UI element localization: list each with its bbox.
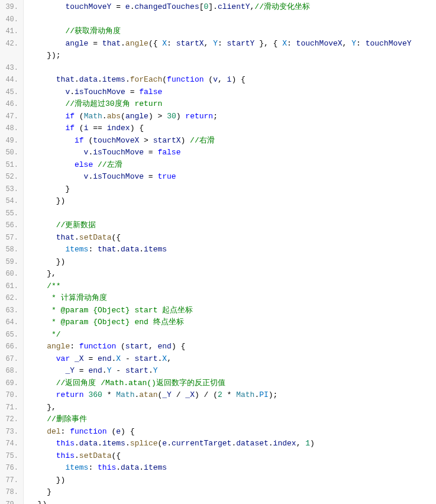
line-number: 64. — [0, 316, 23, 329]
code-token: * @param {Object} start 起点坐标 — [28, 306, 193, 315]
code-token: X — [162, 354, 167, 363]
code-line[interactable]: angle: function (start, end) { — [28, 341, 436, 353]
code-token: items — [102, 75, 125, 84]
code-line[interactable]: else //左滑 — [28, 159, 436, 172]
code-token: : — [88, 463, 98, 472]
code-line[interactable]: if (Math.abs(angle) > 30) return; — [28, 111, 436, 123]
code-line[interactable]: }) — [28, 474, 436, 487]
code-line[interactable] — [28, 208, 436, 220]
code-line[interactable] — [28, 14, 436, 26]
code-token: . — [98, 439, 102, 448]
code-line[interactable]: items: this.data.items — [28, 462, 436, 474]
code-token: ( — [162, 75, 167, 84]
code-token: ]. — [208, 2, 218, 11]
code-token: , — [148, 342, 158, 351]
code-token: if — [65, 124, 75, 133]
code-token: abs — [107, 112, 121, 121]
code-token: //更新数据 — [56, 221, 96, 230]
code-token: isTouchMove — [93, 172, 148, 181]
code-line[interactable] — [28, 62, 436, 75]
code-editor-area[interactable]: touchMoveY = e.changedTouches[0].clientY… — [24, 0, 436, 504]
line-number: 44. — [0, 74, 23, 86]
code-line[interactable]: var _X = end.X - start.X, — [28, 353, 436, 366]
code-token: = — [148, 172, 158, 181]
code-token — [28, 221, 56, 230]
code-token: , — [296, 439, 306, 448]
code-line[interactable]: items: that.data.items — [28, 244, 436, 256]
code-token: / — [176, 390, 186, 399]
code-line[interactable]: v.isTouchMove = false — [28, 86, 436, 99]
line-number: 60. — [0, 268, 23, 280]
code-line[interactable]: }) — [28, 499, 436, 505]
code-line[interactable]: * @param {Object} start 起点坐标 — [28, 305, 436, 317]
code-line[interactable]: } — [28, 486, 436, 499]
code-line[interactable]: that.setData({ — [28, 232, 436, 244]
code-token: Math — [84, 112, 102, 121]
line-number: 73. — [0, 426, 23, 438]
code-line[interactable]: del: function (e) { — [28, 426, 436, 438]
code-token: Y — [213, 39, 218, 48]
line-number: 52. — [0, 171, 23, 183]
code-token: isTouchMove — [75, 88, 130, 96]
code-token: that — [98, 245, 116, 254]
code-line[interactable]: if (touchMoveX > startX) //右滑 — [28, 135, 436, 147]
code-token: false — [139, 88, 162, 96]
code-line[interactable]: angle = that.angle({ X: startX, Y: start… — [28, 38, 436, 50]
line-number: 65. — [0, 329, 23, 341]
code-token: } — [28, 185, 70, 193]
code-token: end — [98, 354, 111, 363]
line-number: 50. — [0, 147, 23, 159]
code-line[interactable]: _Y = end.Y - start.Y — [28, 365, 436, 377]
line-number: 62. — [0, 292, 23, 305]
code-line[interactable]: } — [28, 183, 436, 196]
code-line[interactable]: */ — [28, 329, 436, 341]
code-line[interactable]: //滑动超过30度角 return — [28, 98, 436, 111]
code-line[interactable]: * 计算滑动角度 — [28, 292, 436, 305]
code-token: * 计算滑动角度 — [28, 293, 107, 302]
code-token — [28, 415, 47, 424]
code-token: * — [222, 390, 236, 399]
code-line[interactable]: if (i == index) { — [28, 122, 436, 135]
code-line[interactable]: v.isTouchMove = false — [28, 147, 436, 159]
code-token: = — [116, 2, 125, 11]
code-line[interactable]: }) — [28, 256, 436, 269]
code-line[interactable]: //删除事件 — [28, 413, 436, 426]
code-token: setData — [79, 451, 112, 460]
code-token: angle — [28, 342, 70, 351]
code-token: Y — [107, 366, 117, 375]
code-token: return — [185, 112, 213, 121]
code-line[interactable]: this.setData({ — [28, 450, 436, 463]
code-token: //左滑 — [98, 160, 122, 169]
code-line[interactable]: return 360 * Math.atan(_Y / _X) / (2 * M… — [28, 389, 436, 402]
code-line[interactable]: }); — [28, 50, 436, 62]
code-token: , — [343, 39, 352, 48]
code-line[interactable]: //返回角度 /Math.atan()返回数字的反正切值 — [28, 377, 436, 390]
code-line[interactable]: }, — [28, 268, 436, 280]
code-line[interactable]: * @param {Object} end 终点坐标 — [28, 316, 436, 329]
code-token: ) > — [148, 112, 167, 121]
code-token: angle — [125, 39, 148, 48]
code-token — [93, 160, 98, 169]
code-line[interactable]: //获取滑动角度 — [28, 25, 436, 38]
line-number: 68. — [0, 365, 23, 377]
code-line[interactable]: touchMoveY = e.changedTouches[0].clientY… — [28, 1, 436, 14]
code-token: 1 — [305, 439, 310, 448]
code-token: . — [269, 439, 273, 448]
code-line[interactable]: this.data.items.splice(e.currentTarget.d… — [28, 438, 436, 450]
code-line[interactable]: }) — [28, 195, 436, 208]
code-token: }) — [28, 257, 65, 266]
code-line[interactable]: //更新数据 — [28, 219, 436, 232]
code-token: start — [125, 366, 148, 375]
code-line[interactable]: /** — [28, 280, 436, 293]
code-token: data — [79, 75, 98, 84]
code-token: function — [70, 427, 106, 436]
code-token: : — [356, 39, 366, 48]
code-line[interactable]: v.isTouchMove = true — [28, 171, 436, 183]
code-line[interactable]: }, — [28, 402, 436, 414]
code-token: ) / ( — [195, 390, 218, 399]
code-token: }, { — [259, 39, 282, 48]
code-token: : — [61, 427, 70, 436]
code-line[interactable]: that.data.items.forEach(function (v, i) … — [28, 74, 436, 86]
code-token: X — [282, 39, 287, 48]
code-token: = — [130, 88, 140, 96]
